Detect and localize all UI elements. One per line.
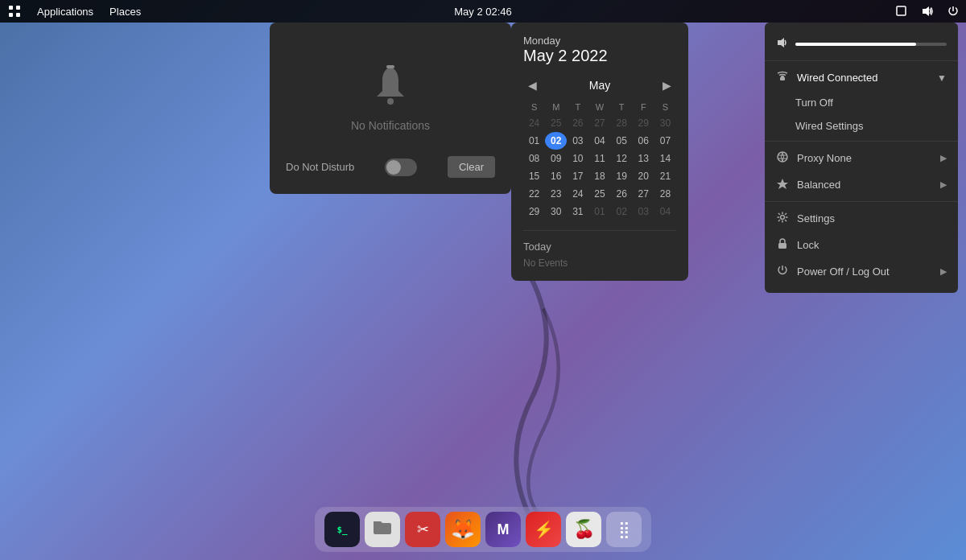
bell-icon (286, 63, 495, 107)
calendar-day-cell[interactable]: 03 (567, 132, 588, 150)
dnd-toggle[interactable] (385, 159, 417, 176)
dock-cherry[interactable]: 🍒 (566, 512, 601, 547)
svg-point-11 (778, 152, 787, 162)
no-events-label: No Events (523, 257, 676, 269)
calendar-month-nav: ◀ May ▶ (523, 77, 676, 93)
dnd-label: Do Not Disturb (286, 161, 354, 173)
calendar-day-cell[interactable]: 26 (567, 114, 588, 132)
topbar-datetime[interactable]: May 2 02:46 (454, 6, 512, 18)
svg-rect-7 (386, 65, 394, 68)
power-off-item[interactable]: Power Off / Log Out ▶ (765, 258, 958, 285)
settings-label: Settings (797, 212, 835, 224)
calendar-day-cell[interactable]: 16 (545, 167, 567, 185)
weekday-mon: M (545, 100, 567, 114)
calendar-day-cell[interactable]: 22 (523, 185, 545, 203)
calendar-day-cell[interactable]: 06 (633, 132, 654, 150)
calendar-day-cell[interactable]: 04 (588, 132, 610, 150)
calendar-day-cell[interactable]: 09 (545, 150, 567, 167)
weekday-tue: T (567, 100, 588, 114)
lock-item[interactable]: Lock (765, 232, 958, 258)
prev-month-button[interactable]: ◀ (523, 77, 542, 93)
volume-icon[interactable] (914, 0, 940, 23)
settings-item[interactable]: Settings (765, 205, 958, 232)
lock-label: Lock (797, 239, 819, 251)
proxy-icon (776, 151, 789, 165)
dock-apps[interactable]: ⣿ (606, 512, 642, 547)
power-icon[interactable] (940, 0, 966, 23)
calendar-day-cell[interactable]: 19 (611, 167, 633, 185)
balanced-item[interactable]: Balanced ▶ (765, 171, 958, 198)
calendar-day-cell[interactable]: 03 (633, 203, 654, 220)
activities-button[interactable] (0, 0, 29, 23)
calendar-day-cell[interactable]: 30 (545, 203, 567, 220)
dock-mailspring[interactable]: M (485, 512, 521, 547)
calendar-day-cell[interactable]: 26 (611, 185, 633, 203)
calendar-day-cell[interactable]: 24 (567, 185, 588, 203)
dock-config[interactable]: ✂ (405, 512, 440, 547)
calendar-day-cell[interactable]: 17 (567, 167, 588, 185)
svg-rect-2 (9, 13, 13, 17)
svg-rect-3 (16, 13, 20, 17)
calendar-day-cell[interactable]: 02 (545, 132, 567, 150)
calendar-day-cell[interactable]: 23 (545, 185, 567, 203)
calendar-day-cell[interactable]: 30 (654, 114, 676, 132)
window-icon[interactable] (889, 0, 914, 23)
dock-firefox[interactable]: 🦊 (445, 512, 481, 547)
calendar-day-cell[interactable]: 29 (523, 203, 545, 220)
calendar-day-cell[interactable]: 08 (523, 150, 545, 167)
calendar-day-cell[interactable]: 05 (611, 132, 633, 150)
wired-section-header[interactable]: Wired Connected ▼ (765, 64, 958, 91)
balanced-arrow: ▶ (940, 179, 947, 190)
calendar-day-cell[interactable]: 11 (588, 150, 610, 167)
calendar-day-cell[interactable]: 07 (654, 132, 676, 150)
calendar-day-cell[interactable]: 28 (611, 114, 633, 132)
files-icon (372, 518, 393, 541)
calendar-day-cell[interactable]: 18 (588, 167, 610, 185)
clear-button[interactable]: Clear (448, 156, 495, 178)
terminal-icon: $_ (336, 525, 347, 535)
power-arrow: ▶ (940, 266, 947, 277)
dock-budget[interactable]: ⚡ (526, 512, 561, 547)
calendar-day-cell[interactable]: 25 (545, 114, 567, 132)
svg-rect-1 (16, 6, 20, 10)
calendar-day-cell[interactable]: 13 (633, 150, 654, 167)
wired-expand-icon: ▼ (937, 72, 947, 84)
calendar-day-cell[interactable]: 27 (588, 114, 610, 132)
calendar-day-cell[interactable]: 25 (588, 185, 610, 203)
calendar-day-cell[interactable]: 10 (567, 150, 588, 167)
volume-slider[interactable] (795, 43, 947, 46)
calendar-day-cell[interactable]: 01 (523, 132, 545, 150)
power-profile-icon (776, 178, 789, 191)
svg-marker-8 (778, 38, 784, 47)
calendar-day-cell[interactable]: 20 (633, 167, 654, 185)
calendar-day-cell[interactable]: 24 (523, 114, 545, 132)
calendar-day-cell[interactable]: 29 (633, 114, 654, 132)
dock-terminal[interactable]: $_ (324, 512, 360, 547)
turn-off-item[interactable]: Turn Off (765, 91, 958, 114)
today-label: Today (523, 241, 676, 253)
calendar-day-cell[interactable]: 04 (654, 203, 676, 220)
wired-settings-item[interactable]: Wired Settings (765, 114, 958, 138)
config-icon: ✂ (417, 521, 429, 538)
weekday-fri: F (633, 100, 654, 114)
separator-2 (765, 141, 958, 142)
calendar-day-cell[interactable]: 31 (567, 203, 588, 220)
dock-files[interactable] (365, 512, 400, 547)
topbar-right (889, 0, 966, 23)
calendar-day-cell[interactable]: 28 (654, 185, 676, 203)
calendar-day-cell[interactable]: 01 (588, 203, 610, 220)
places-menu[interactable]: Places (101, 0, 149, 23)
calendar-day-cell[interactable]: 15 (523, 167, 545, 185)
applications-menu[interactable]: Applications (29, 0, 101, 23)
calendar-day-cell[interactable]: 21 (654, 167, 676, 185)
calendar-day-cell[interactable]: 02 (611, 203, 633, 220)
calendar-day-cell[interactable]: 14 (654, 150, 676, 167)
proxy-item[interactable]: Proxy None ▶ (765, 145, 958, 171)
calendar-day-cell[interactable]: 27 (633, 185, 654, 203)
cherry-icon: 🍒 (573, 519, 595, 540)
calendar-panel: Monday May 2 2022 ◀ May ▶ S M T W T F S … (511, 23, 688, 281)
volume-fill (795, 43, 916, 46)
calendar-day-cell[interactable]: 12 (611, 150, 633, 167)
weekday-thu: T (611, 100, 633, 114)
next-month-button[interactable]: ▶ (658, 77, 676, 93)
